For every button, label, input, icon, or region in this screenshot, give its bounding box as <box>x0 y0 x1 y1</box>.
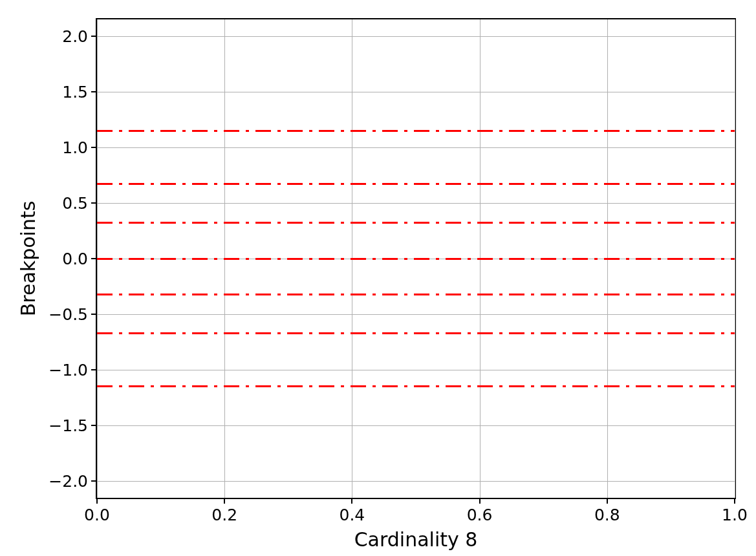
y-tick-label: −2.0 <box>49 472 88 491</box>
x-tick <box>479 499 481 504</box>
x-tick <box>734 499 735 504</box>
y-tick <box>91 147 96 148</box>
x-tick-label: 0.8 <box>594 506 620 524</box>
y-tick <box>91 369 96 370</box>
y-tick-label: −1.5 <box>49 416 88 435</box>
y-axis-label: Breakpoints <box>17 201 39 317</box>
y-tick-label: −0.5 <box>49 305 88 324</box>
x-tick-label: 0.0 <box>84 506 110 524</box>
y-tick-label: 0.0 <box>62 250 88 268</box>
y-tick <box>91 258 96 259</box>
chart-figure: 0.00.20.40.60.81.0−2.0−1.5−1.0−0.50.00.5… <box>0 0 756 556</box>
x-tick <box>351 499 352 504</box>
x-tick <box>96 499 98 504</box>
y-tick-label: −1.0 <box>49 361 88 380</box>
y-tick <box>91 36 96 37</box>
y-tick <box>91 202 96 204</box>
y-tick <box>91 91 96 92</box>
x-tick <box>607 499 608 504</box>
y-tick <box>91 425 96 426</box>
y-tick-label: 1.0 <box>62 138 88 156</box>
x-tick-label: 0.4 <box>340 506 365 524</box>
y-tick-label: 0.5 <box>62 193 88 212</box>
x-tick-label: 1.0 <box>722 506 748 524</box>
x-tick-label: 0.6 <box>467 506 493 524</box>
y-tick <box>91 314 96 315</box>
x-axis-label: Cardinality 8 <box>354 528 478 551</box>
x-tick <box>224 499 225 504</box>
y-tick-label: 2.0 <box>62 27 88 45</box>
x-tick-label: 0.2 <box>211 506 237 524</box>
ticks-layer: 0.00.20.40.60.81.0−2.0−1.5−1.0−0.50.00.5… <box>0 0 756 556</box>
y-tick-label: 1.5 <box>62 82 88 101</box>
y-tick <box>91 480 96 482</box>
